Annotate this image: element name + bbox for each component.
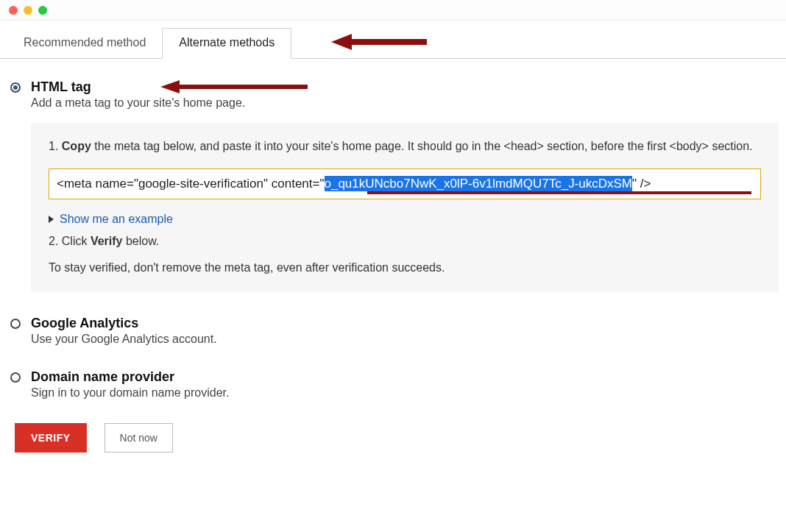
- meta-tag-code-box[interactable]: <meta name="google-site-verification" co…: [49, 169, 761, 199]
- annotation-arrow-icon: [160, 79, 308, 94]
- annotation-arrow-icon: [331, 32, 427, 52]
- tab-alternate-methods[interactable]: Alternate methods: [162, 28, 291, 59]
- tab-recommended-method[interactable]: Recommended method: [7, 29, 162, 58]
- radio-google-analytics[interactable]: [10, 319, 21, 329]
- annotation-underline: [367, 191, 751, 194]
- close-window-icon[interactable]: [9, 6, 18, 15]
- triangle-right-icon: [49, 216, 54, 223]
- radio-html-tag[interactable]: [10, 82, 21, 93]
- radio-domain-name-provider[interactable]: [10, 372, 21, 383]
- minimize-window-icon[interactable]: [24, 6, 32, 15]
- action-buttons: VERIFY Not now: [15, 423, 779, 453]
- option-subtitle-domain-name-provider: Sign in to your domain name provider.: [31, 386, 229, 400]
- option-subtitle-html-tag: Add a meta tag to your site's home page.: [31, 96, 245, 110]
- code-prefix: <meta name="google-site-verification" co…: [57, 177, 325, 191]
- option-subtitle-google-analytics: Use your Google Analytics account.: [31, 333, 217, 346]
- option-title-domain-name-provider: Domain name provider: [31, 369, 229, 385]
- window-titlebar: [0, 0, 786, 21]
- verification-note: To stay verified, don't remove the meta …: [49, 261, 761, 274]
- step-2-text: 2. Click Verify below.: [49, 235, 761, 248]
- html-tag-panel: 1. Copy the meta tag below, and paste it…: [31, 123, 779, 292]
- maximize-window-icon[interactable]: [38, 6, 47, 15]
- svg-marker-0: [331, 34, 427, 50]
- option-title-google-analytics: Google Analytics: [31, 316, 217, 331]
- verify-button[interactable]: VERIFY: [15, 423, 87, 453]
- step-1-text: 1. Copy the meta tag below, and paste it…: [49, 138, 761, 155]
- tab-bar: Recommended method Alternate methods: [0, 21, 786, 59]
- not-now-button[interactable]: Not now: [105, 423, 173, 453]
- code-suffix: " />: [632, 177, 651, 191]
- code-selected-token: o_qu1kUNcbo7NwK_x0lP-6v1lmdMQU7Tc_J-ukcD…: [325, 176, 633, 191]
- svg-marker-1: [160, 80, 308, 93]
- show-example-link[interactable]: Show me an example: [49, 213, 761, 226]
- show-example-label: Show me an example: [60, 213, 173, 226]
